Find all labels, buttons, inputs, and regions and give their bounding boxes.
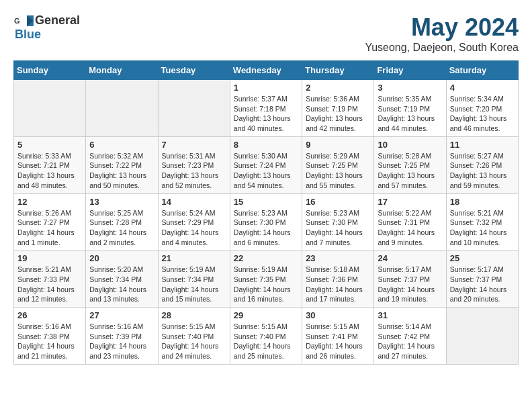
day-number: 3 [378, 83, 442, 93]
day-number: 2 [306, 83, 370, 93]
day-info: Sunrise: 5:36 AM Sunset: 7:19 PM Dayligh… [306, 94, 370, 134]
day-info: Sunrise: 5:24 AM Sunset: 7:29 PM Dayligh… [162, 208, 226, 248]
calendar-cell: 5Sunrise: 5:33 AM Sunset: 7:21 PM Daylig… [14, 136, 86, 193]
day-number: 16 [306, 197, 370, 207]
day-info: Sunrise: 5:27 AM Sunset: 7:26 PM Dayligh… [450, 151, 515, 191]
day-number: 19 [17, 253, 82, 263]
weekday-header-monday: Monday [86, 61, 158, 80]
day-info: Sunrise: 5:15 AM Sunset: 7:40 PM Dayligh… [234, 322, 298, 361]
day-number: 18 [450, 197, 515, 207]
day-info: Sunrise: 5:19 AM Sunset: 7:35 PM Dayligh… [234, 265, 298, 304]
day-info: Sunrise: 5:18 AM Sunset: 7:36 PM Dayligh… [306, 265, 370, 304]
day-number: 9 [306, 140, 370, 150]
calendar-cell: 9Sunrise: 5:29 AM Sunset: 7:25 PM Daylig… [302, 136, 374, 193]
day-info: Sunrise: 5:21 AM Sunset: 7:33 PM Dayligh… [17, 265, 82, 304]
day-info: Sunrise: 5:20 AM Sunset: 7:34 PM Dayligh… [89, 265, 154, 304]
calendar-cell: 26Sunrise: 5:16 AM Sunset: 7:38 PM Dayli… [14, 308, 86, 365]
day-info: Sunrise: 5:29 AM Sunset: 7:25 PM Dayligh… [306, 151, 370, 191]
day-number: 24 [378, 253, 442, 263]
day-info: Sunrise: 5:31 AM Sunset: 7:23 PM Dayligh… [162, 151, 226, 191]
day-number: 15 [234, 197, 298, 207]
calendar-cell: 28Sunrise: 5:15 AM Sunset: 7:40 PM Dayli… [158, 308, 230, 365]
day-info: Sunrise: 5:23 AM Sunset: 7:30 PM Dayligh… [234, 208, 298, 248]
day-info: Sunrise: 5:19 AM Sunset: 7:34 PM Dayligh… [162, 265, 226, 304]
svg-text:G: G [14, 17, 20, 25]
day-number: 14 [162, 197, 226, 207]
weekday-header-tuesday: Tuesday [158, 61, 230, 80]
day-info: Sunrise: 5:14 AM Sunset: 7:42 PM Dayligh… [378, 322, 442, 361]
day-number: 11 [450, 140, 515, 150]
day-number: 23 [306, 253, 370, 263]
calendar-cell: 31Sunrise: 5:14 AM Sunset: 7:42 PM Dayli… [374, 308, 446, 365]
calendar-cell: 14Sunrise: 5:24 AM Sunset: 7:29 PM Dayli… [158, 193, 230, 250]
calendar-cell [14, 80, 86, 137]
day-number: 28 [162, 310, 226, 320]
calendar-week-row: 1Sunrise: 5:37 AM Sunset: 7:18 PM Daylig… [14, 80, 519, 137]
calendar-cell: 13Sunrise: 5:25 AM Sunset: 7:28 PM Dayli… [86, 193, 158, 250]
calendar-cell: 23Sunrise: 5:18 AM Sunset: 7:36 PM Dayli… [302, 250, 374, 308]
day-number: 30 [306, 310, 370, 320]
calendar-cell: 2Sunrise: 5:36 AM Sunset: 7:19 PM Daylig… [302, 80, 374, 137]
day-info: Sunrise: 5:15 AM Sunset: 7:41 PM Dayligh… [306, 322, 370, 361]
calendar-cell: 25Sunrise: 5:17 AM Sunset: 7:37 PM Dayli… [446, 250, 518, 308]
calendar-cell: 27Sunrise: 5:16 AM Sunset: 7:39 PM Dayli… [86, 308, 158, 365]
calendar-table: SundayMondayTuesdayWednesdayThursdayFrid… [13, 60, 519, 365]
weekday-header-thursday: Thursday [302, 61, 374, 80]
logo-icon: G [13, 14, 34, 28]
calendar-cell: 1Sunrise: 5:37 AM Sunset: 7:18 PM Daylig… [230, 80, 302, 137]
calendar-cell: 16Sunrise: 5:23 AM Sunset: 7:30 PM Dayli… [302, 193, 374, 250]
calendar-cell: 19Sunrise: 5:21 AM Sunset: 7:33 PM Dayli… [14, 250, 86, 308]
calendar-week-row: 19Sunrise: 5:21 AM Sunset: 7:33 PM Dayli… [14, 250, 519, 308]
day-number: 10 [378, 140, 442, 150]
day-info: Sunrise: 5:21 AM Sunset: 7:32 PM Dayligh… [450, 208, 515, 248]
day-info: Sunrise: 5:32 AM Sunset: 7:22 PM Dayligh… [89, 151, 154, 191]
calendar-cell: 12Sunrise: 5:26 AM Sunset: 7:27 PM Dayli… [14, 193, 86, 250]
logo-blue: Blue [15, 28, 41, 42]
calendar-cell: 7Sunrise: 5:31 AM Sunset: 7:23 PM Daylig… [158, 136, 230, 193]
day-info: Sunrise: 5:23 AM Sunset: 7:30 PM Dayligh… [306, 208, 370, 248]
calendar-cell: 18Sunrise: 5:21 AM Sunset: 7:32 PM Dayli… [446, 193, 518, 250]
calendar-cell: 29Sunrise: 5:15 AM Sunset: 7:40 PM Dayli… [230, 308, 302, 365]
day-info: Sunrise: 5:26 AM Sunset: 7:27 PM Dayligh… [17, 208, 82, 248]
calendar-week-row: 12Sunrise: 5:26 AM Sunset: 7:27 PM Dayli… [14, 193, 519, 250]
calendar-cell [446, 308, 518, 365]
calendar-cell: 8Sunrise: 5:30 AM Sunset: 7:24 PM Daylig… [230, 136, 302, 193]
day-info: Sunrise: 5:17 AM Sunset: 7:37 PM Dayligh… [378, 265, 442, 304]
calendar-cell [86, 80, 158, 137]
day-number: 12 [17, 197, 82, 207]
day-number: 25 [450, 253, 515, 263]
day-info: Sunrise: 5:33 AM Sunset: 7:21 PM Dayligh… [17, 151, 82, 191]
weekday-header-friday: Friday [374, 61, 446, 80]
day-number: 6 [89, 140, 154, 150]
calendar-week-row: 5Sunrise: 5:33 AM Sunset: 7:21 PM Daylig… [14, 136, 519, 193]
day-number: 4 [450, 83, 515, 93]
weekday-header-wednesday: Wednesday [230, 61, 302, 80]
calendar-cell: 4Sunrise: 5:34 AM Sunset: 7:20 PM Daylig… [446, 80, 518, 137]
day-info: Sunrise: 5:22 AM Sunset: 7:31 PM Dayligh… [378, 208, 442, 248]
day-number: 8 [234, 140, 298, 150]
calendar-cell: 15Sunrise: 5:23 AM Sunset: 7:30 PM Dayli… [230, 193, 302, 250]
day-number: 21 [162, 253, 226, 263]
calendar-cell: 24Sunrise: 5:17 AM Sunset: 7:37 PM Dayli… [374, 250, 446, 308]
day-info: Sunrise: 5:34 AM Sunset: 7:20 PM Dayligh… [450, 94, 515, 134]
location-title: Yuseong, Daejeon, South Korea [365, 42, 519, 54]
day-number: 26 [17, 310, 82, 320]
weekday-header-row: SundayMondayTuesdayWednesdayThursdayFrid… [14, 61, 519, 80]
day-number: 5 [17, 140, 82, 150]
day-info: Sunrise: 5:30 AM Sunset: 7:24 PM Dayligh… [234, 151, 298, 191]
day-info: Sunrise: 5:16 AM Sunset: 7:38 PM Dayligh… [17, 322, 82, 361]
day-info: Sunrise: 5:16 AM Sunset: 7:39 PM Dayligh… [89, 322, 154, 361]
month-title: May 2024 [365, 13, 519, 42]
calendar-cell: 11Sunrise: 5:27 AM Sunset: 7:26 PM Dayli… [446, 136, 518, 193]
weekday-header-sunday: Sunday [14, 61, 86, 80]
day-number: 1 [234, 83, 298, 93]
day-number: 31 [378, 310, 442, 320]
calendar-cell: 30Sunrise: 5:15 AM Sunset: 7:41 PM Dayli… [302, 308, 374, 365]
day-number: 13 [89, 197, 154, 207]
day-number: 17 [378, 197, 442, 207]
day-number: 20 [89, 253, 154, 263]
day-info: Sunrise: 5:17 AM Sunset: 7:37 PM Dayligh… [450, 265, 515, 304]
calendar-cell: 17Sunrise: 5:22 AM Sunset: 7:31 PM Dayli… [374, 193, 446, 250]
day-info: Sunrise: 5:15 AM Sunset: 7:40 PM Dayligh… [162, 322, 226, 361]
calendar-week-row: 26Sunrise: 5:16 AM Sunset: 7:38 PM Dayli… [14, 308, 519, 365]
